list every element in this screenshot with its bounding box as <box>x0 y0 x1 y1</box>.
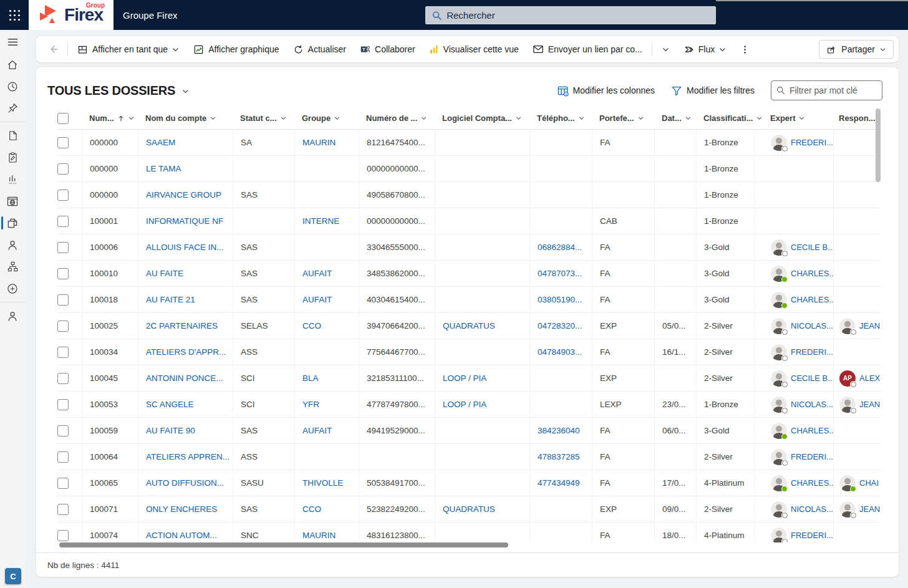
row-checkbox[interactable] <box>57 190 69 201</box>
cell-groupe[interactable]: AUFAIT <box>302 269 332 278</box>
cell-nom[interactable]: 2C PARTENAIRES <box>146 321 218 330</box>
cell-nom[interactable]: AUTO DIFFUSION... <box>146 478 224 488</box>
assistant-button[interactable]: C <box>5 568 21 584</box>
cell-tel[interactable]: 478837285 <box>538 452 580 461</box>
person-expert[interactable]: FREDERI... <box>771 528 833 543</box>
firex-logo[interactable]: Firex Group <box>29 0 114 30</box>
cell-tel[interactable]: 477434949 <box>538 478 580 488</box>
cell-tel[interactable]: 04728320... <box>538 321 582 330</box>
person-name[interactable]: CECILE B... <box>791 243 833 252</box>
person-name[interactable]: CHAI <box>859 478 879 488</box>
table-row[interactable]: 100053SC ANGELESCIYFR47787497800...LOOP … <box>57 392 881 418</box>
table-row[interactable]: 100045ANTONIN PONCE...SCIBLA32185311100.… <box>57 365 881 392</box>
sidebar-item-dossiers[interactable] <box>0 212 25 234</box>
person-name[interactable]: CHARLES... <box>791 478 833 488</box>
sidebar-item-home[interactable] <box>0 54 25 75</box>
share-button[interactable]: Partager <box>819 40 894 59</box>
person-name[interactable]: CHARLES... <box>791 426 833 435</box>
person-expert[interactable]: CECILE B... <box>771 239 833 256</box>
column-header-expert[interactable]: Expert <box>755 107 833 129</box>
cell-groupe[interactable]: CCO <box>302 321 321 330</box>
horizontal-scrollbar[interactable] <box>57 542 881 547</box>
table-row[interactable]: 100065AUTO DIFFUSION...SASUTHIVOLLE50538… <box>57 470 881 496</box>
show-chart-button[interactable]: Afficher graphique <box>186 40 286 59</box>
cell-groupe[interactable]: AUFAIT <box>302 295 332 304</box>
cell-tel[interactable]: 04787073... <box>538 269 582 278</box>
person-name[interactable]: NICOLAS... <box>791 504 833 514</box>
row-checkbox[interactable] <box>57 530 69 541</box>
cell-groupe[interactable]: AUFAIT <box>302 426 332 435</box>
row-checkbox[interactable] <box>57 137 69 148</box>
sidebar-item-contacts[interactable] <box>0 234 25 256</box>
person-name[interactable]: CECILE B... <box>791 374 833 383</box>
refresh-button[interactable]: Actualiser <box>286 40 353 59</box>
person-respon[interactable]: JEAN <box>839 318 880 334</box>
back-button[interactable] <box>41 40 65 59</box>
person-expert[interactable]: CECILE B... <box>771 370 833 387</box>
row-checkbox[interactable] <box>57 347 69 358</box>
person-name[interactable]: JEAN <box>859 400 880 409</box>
cell-logiciel[interactable]: QUADRATUS <box>443 321 495 330</box>
cell-logiciel[interactable]: LOOP / PIA <box>443 374 486 383</box>
table-row[interactable]: 000000AIRVANCE GROUPSAS49058670800...1-B… <box>57 182 881 208</box>
cell-groupe[interactable]: YFR <box>302 400 319 409</box>
cell-nom[interactable]: ONLY ENCHERES <box>146 504 217 514</box>
sidebar-item-pinned[interactable] <box>0 97 25 119</box>
row-checkbox[interactable] <box>57 478 69 489</box>
sidebar-item-activities[interactable] <box>0 147 25 168</box>
show-as-button[interactable]: Afficher en tant que <box>70 40 186 59</box>
column-header-porte[interactable]: Portefe... <box>592 107 654 129</box>
cell-nom[interactable]: ATELIERS D'APPR... <box>146 347 226 357</box>
cell-nom[interactable]: AIRVANCE GROUP <box>146 190 221 200</box>
view-selector[interactable]: TOUS LES DOSSIERS <box>47 84 175 98</box>
person-expert[interactable]: NICOLAS... <box>771 318 833 334</box>
person-name[interactable]: NICOLAS... <box>791 400 833 409</box>
sidebar-item-hierarchy[interactable] <box>0 256 25 277</box>
column-header-num[interactable]: Num... <box>82 107 138 129</box>
cell-tel[interactable]: 04784903... <box>538 347 582 357</box>
cell-nom[interactable]: ATELIERS APPREN... <box>146 452 229 461</box>
row-checkbox[interactable] <box>57 425 69 436</box>
column-header-classif[interactable]: Classificati... <box>696 107 755 129</box>
column-header-nom[interactable]: Nom du compte <box>138 107 233 129</box>
visualize-view-button[interactable]: Visualiser cette vue <box>422 40 526 59</box>
column-header-statut[interactable]: Statut c... <box>233 107 294 129</box>
table-row[interactable]: 100034ATELIERS D'APPR...ASS77564467700..… <box>57 339 881 365</box>
cell-groupe[interactable]: BLA <box>302 374 319 383</box>
person-name[interactable]: NICOLAS... <box>791 321 833 330</box>
person-expert[interactable]: CHARLES... <box>771 423 833 439</box>
cell-nom[interactable]: INFORMATIQUE NF <box>146 216 223 226</box>
edit-columns-button[interactable]: Modifier les colonnes <box>557 85 655 97</box>
person-name[interactable]: ALEX <box>859 374 880 383</box>
column-header-respon[interactable]: Respon... <box>833 107 881 129</box>
select-all-column-header[interactable] <box>57 107 82 129</box>
table-row[interactable]: 100010AU FAITESASAUFAIT34853862000...047… <box>57 261 881 287</box>
row-checkbox[interactable] <box>57 451 69 463</box>
cell-nom[interactable]: SC ANGELE <box>146 400 194 409</box>
collaborate-button[interactable]: TCollaborer <box>353 40 422 59</box>
edit-filters-button[interactable]: Modifier les filtres <box>671 85 755 96</box>
flow-button[interactable]: Flux <box>677 40 733 59</box>
sidebar-item-recent[interactable] <box>0 75 25 97</box>
row-checkbox[interactable] <box>57 216 69 227</box>
column-header-numero[interactable]: Numéro de ... <box>359 107 435 129</box>
person-respon[interactable]: JEAN <box>839 501 880 518</box>
person-name[interactable]: CHARLES... <box>791 295 833 304</box>
email-link-button[interactable]: Envoyer un lien par co... <box>526 40 649 59</box>
more-commands-button[interactable] <box>733 40 756 59</box>
keyword-filter[interactable] <box>771 80 882 100</box>
person-name[interactable]: JEAN <box>859 504 880 514</box>
person-expert[interactable]: CHARLES... <box>771 475 833 491</box>
person-expert[interactable]: CHARLES... <box>771 266 833 282</box>
row-checkbox[interactable] <box>57 268 69 279</box>
row-checkbox[interactable] <box>57 399 69 410</box>
cell-groupe[interactable]: CCO <box>302 504 321 514</box>
cell-logiciel[interactable]: QUADRATUS <box>443 504 495 514</box>
cell-nom[interactable]: ANTONIN PONCE... <box>146 374 223 383</box>
sidebar-item-menu[interactable] <box>0 30 25 54</box>
person-name[interactable]: FREDERI... <box>791 452 833 461</box>
cell-logiciel[interactable]: LOOP / PIA <box>443 400 486 409</box>
person-expert[interactable]: FREDERI... <box>771 135 833 151</box>
person-respon[interactable]: JEAN <box>839 397 880 413</box>
table-row[interactable]: 000000LE TAMA00000000000...1-Bronze <box>57 156 881 182</box>
